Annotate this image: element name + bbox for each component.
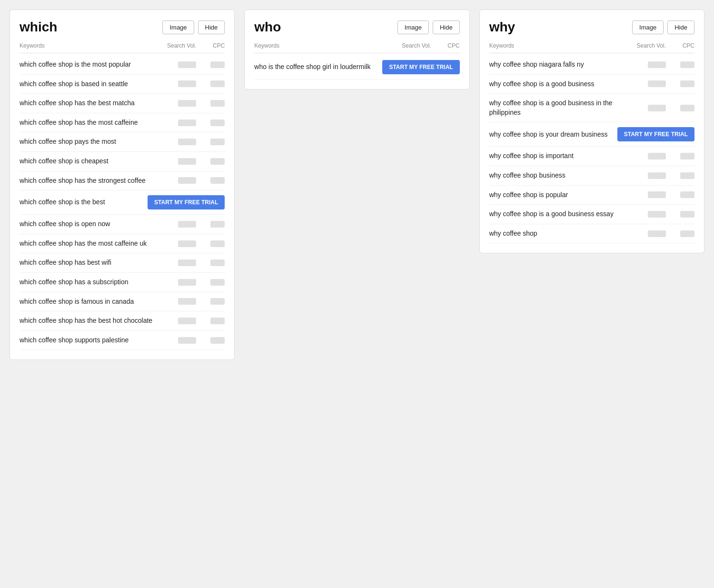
cpc-bar-why-1 — [680, 80, 694, 87]
search-vol-why-5 — [628, 172, 666, 179]
keyword-text-why-3: why coffee shop is your dream business — [489, 130, 628, 140]
table-header-why: KeywordsSearch Vol.CPC — [489, 42, 694, 53]
col-header-1-who: Search Vol. — [393, 42, 431, 49]
hide-button-which[interactable]: Hide — [198, 20, 225, 34]
search-vol-why-6 — [628, 191, 666, 198]
keyword-row-why-4: why coffee shop is important — [489, 147, 694, 166]
keyword-row-why-1: why coffee shop is a good business — [489, 75, 694, 94]
cpc-bar-why-4 — [680, 153, 694, 159]
keyword-row-why-0: why coffee shop niagara falls ny — [489, 55, 694, 75]
keyword-row-which-1: which coffee shop is based in seattle — [20, 75, 225, 94]
card-which: whichImageHideKeywordsSearch Vol.CPCwhic… — [10, 10, 235, 360]
cpc-which-4 — [196, 139, 225, 145]
keyword-text-which-10: which coffee shop has best wifi — [20, 258, 158, 268]
cpc-bar-why-7 — [680, 211, 694, 218]
keyword-row-which-4: which coffee shop pays the most — [20, 132, 225, 152]
cpc-which-13 — [196, 318, 225, 324]
trial-button-why-3[interactable]: START MY FREE TRIAL — [617, 127, 694, 141]
cpc-which-0 — [196, 61, 225, 68]
search-vol-bar-why-6 — [648, 191, 666, 198]
cpc-why-8 — [666, 230, 694, 237]
search-vol-why-2 — [628, 105, 666, 111]
hide-button-why[interactable]: Hide — [667, 20, 694, 34]
keyword-row-which-5: which coffee shop is cheapest — [20, 152, 225, 171]
search-vol-bar-which-8 — [178, 221, 196, 228]
search-vol-why-0 — [628, 61, 666, 68]
keyword-row-which-7: which coffee shop is the bestSTART MY FR… — [20, 190, 225, 215]
search-vol-which-1 — [158, 80, 196, 87]
search-vol-which-2 — [158, 100, 196, 107]
cpc-bar-which-9 — [210, 240, 225, 247]
keyword-row-why-8: why coffee shop — [489, 224, 694, 244]
keyword-text-which-9: which coffee shop has the most caffeine … — [20, 239, 158, 249]
cpc-which-6 — [196, 177, 225, 184]
search-vol-which-14 — [158, 337, 196, 344]
cpc-bar-which-13 — [210, 318, 225, 324]
card-who: whoImageHideKeywordsSearch Vol.CPCwho is… — [244, 10, 469, 90]
search-vol-bar-why-7 — [648, 211, 666, 218]
cpc-which-10 — [196, 259, 225, 266]
cpc-bar-which-12 — [210, 298, 225, 305]
cpc-which-8 — [196, 221, 225, 228]
card-title-why: why — [489, 20, 515, 35]
search-vol-which-0 — [158, 61, 196, 68]
keyword-text-who-0: who is the coffee shop girl in loudermil… — [254, 62, 393, 72]
cpc-which-11 — [196, 279, 225, 286]
search-vol-bar-why-8 — [648, 230, 666, 237]
search-vol-bar-which-14 — [178, 337, 196, 344]
keyword-text-which-2: which coffee shop has the best matcha — [20, 99, 158, 108]
search-vol-bar-which-0 — [178, 61, 196, 68]
keyword-row-which-14: which coffee shop supports palestine — [20, 331, 225, 350]
image-button-which[interactable]: Image — [162, 20, 194, 34]
keyword-text-which-8: which coffee shop is open now — [20, 219, 158, 229]
cpc-bar-which-3 — [210, 120, 225, 126]
search-vol-which-4 — [158, 139, 196, 145]
cpc-which-1 — [196, 80, 225, 87]
keyword-text-which-7: which coffee shop is the best — [20, 198, 158, 207]
table-header-which: KeywordsSearch Vol.CPC — [20, 42, 225, 53]
cpc-why-2 — [666, 105, 694, 111]
keyword-row-which-0: which coffee shop is the most popular — [20, 55, 225, 75]
search-vol-which-12 — [158, 298, 196, 305]
keyword-row-which-12: which coffee shop is famous in canada — [20, 292, 225, 312]
search-vol-which-13 — [158, 318, 196, 324]
col-header-1-which: Search Vol. — [158, 42, 196, 49]
keyword-text-which-6: which coffee shop has the strongest coff… — [20, 176, 158, 186]
cpc-why-1 — [666, 80, 694, 87]
keyword-row-why-2: why coffee shop is a good business in th… — [489, 94, 694, 122]
search-vol-which-11 — [158, 279, 196, 286]
card-header-who: whoImageHide — [254, 20, 459, 35]
keyword-row-why-6: why coffee shop is popular — [489, 186, 694, 205]
col-header-2-why: CPC — [666, 42, 694, 49]
col-header-0-who: Keywords — [254, 42, 393, 49]
cpc-bar-which-11 — [210, 279, 225, 286]
keyword-text-which-11: which coffee shop has a subscription — [20, 278, 158, 287]
cpc-why-5 — [666, 172, 694, 179]
cpc-bar-why-5 — [680, 172, 694, 179]
search-vol-which-5 — [158, 158, 196, 165]
keyword-row-which-9: which coffee shop has the most caffeine … — [20, 234, 225, 254]
trial-button-which-7[interactable]: START MY FREE TRIAL — [148, 195, 225, 209]
search-vol-bar-which-12 — [178, 298, 196, 305]
keyword-row-which-13: which coffee shop has the best hot choco… — [20, 311, 225, 331]
keyword-text-why-2: why coffee shop is a good business in th… — [489, 99, 628, 117]
search-vol-bar-why-1 — [648, 80, 666, 87]
hide-button-who[interactable]: Hide — [433, 20, 460, 34]
keyword-row-which-3: which coffee shop has the most caffeine — [20, 113, 225, 133]
image-button-why[interactable]: Image — [632, 20, 664, 34]
keyword-row-which-2: which coffee shop has the best matcha — [20, 94, 225, 113]
cpc-bar-which-2 — [210, 100, 225, 107]
trial-button-who-0[interactable]: START MY FREE TRIAL — [382, 60, 459, 74]
cpc-why-7 — [666, 211, 694, 218]
search-vol-bar-which-9 — [178, 240, 196, 247]
search-vol-bar-which-5 — [178, 158, 196, 165]
search-vol-why-4 — [628, 153, 666, 159]
image-button-who[interactable]: Image — [397, 20, 429, 34]
header-buttons-why: ImageHide — [632, 20, 694, 34]
cpc-which-9 — [196, 240, 225, 247]
cpc-why-4 — [666, 153, 694, 159]
keyword-text-which-14: which coffee shop supports palestine — [20, 336, 158, 345]
trial-cell-why-3: START MY FREE TRIAL — [628, 127, 694, 141]
keyword-text-why-0: why coffee shop niagara falls ny — [489, 60, 628, 70]
card-header-which: whichImageHide — [20, 20, 225, 35]
